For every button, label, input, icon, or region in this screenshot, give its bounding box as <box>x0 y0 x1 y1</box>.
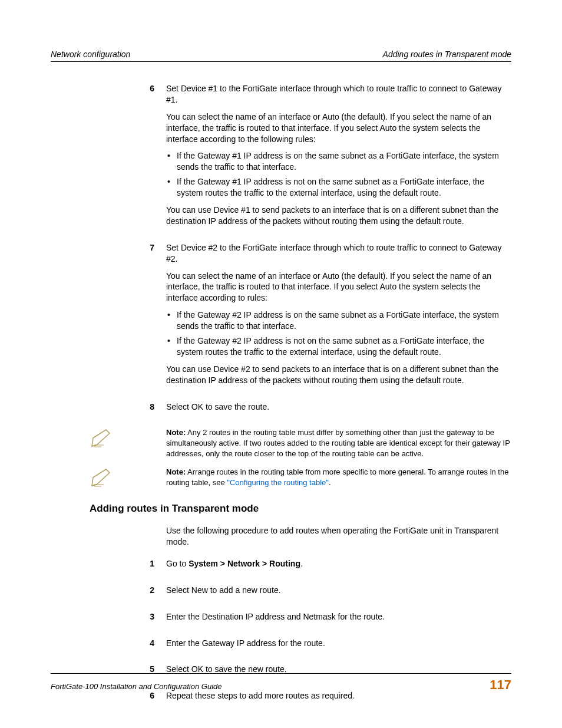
step-body: Repeat these steps to add more routes as… <box>166 690 511 707</box>
note-body: Note: Arrange routes in the routing tabl… <box>166 467 511 487</box>
note-label: Note: <box>166 428 186 437</box>
step-prefix: Go to <box>166 559 189 568</box>
step-lead: Set Device #2 to the FortiGate interface… <box>166 242 511 265</box>
step-text: Select New to add a new route. <box>166 585 511 596</box>
note-block: Note: Any 2 routes in the routing table … <box>51 427 511 459</box>
step-body: Select New to add a new route. <box>166 585 511 602</box>
bullet-item: If the Gateway #1 IP address is on the s… <box>166 150 511 173</box>
page-number: 117 <box>490 677 511 693</box>
step-text: Go to System > Network > Routing. <box>166 558 511 569</box>
tstep-3: 3 Enter the Destination IP address and N… <box>51 611 511 628</box>
step-number: 3 <box>51 611 166 628</box>
step-text: Enter the Destination IP address and Net… <box>166 611 511 622</box>
step-body: Select OK to save the route. <box>166 401 511 419</box>
section-intro: Use the following procedure to add route… <box>166 525 511 548</box>
bullet-list: If the Gateway #2 IP address is on the s… <box>166 309 511 358</box>
note-icon-col <box>51 467 166 489</box>
tstep-6: 6 Repeat these steps to add more routes … <box>51 690 511 707</box>
step-number: 2 <box>51 585 166 602</box>
step-number: 7 <box>51 242 166 392</box>
pencil-note-icon <box>90 467 114 489</box>
step-number: 4 <box>51 638 166 655</box>
step-8: 8 Select OK to save the route. <box>51 401 511 419</box>
step-lead: Set Device #1 to the FortiGate interface… <box>166 83 511 106</box>
step-paragraph: You can select the name of an interface … <box>166 111 511 145</box>
step-number: 8 <box>51 401 166 419</box>
step-paragraph: You can use Device #2 to send packets to… <box>166 364 511 386</box>
step-body: Enter the Gateway IP address for the rou… <box>166 638 511 655</box>
page-footer: FortiGate-100 Installation and Configura… <box>51 673 511 693</box>
bullet-item: If the Gateway #2 IP address is on the s… <box>166 309 511 332</box>
step-suffix: . <box>300 559 303 568</box>
note-text-post: . <box>329 478 331 487</box>
pencil-note-icon <box>90 427 114 450</box>
step-7: 7 Set Device #2 to the FortiGate interfa… <box>51 242 511 392</box>
step-text: Enter the Gateway IP address for the rou… <box>166 638 511 649</box>
footer-title: FortiGate-100 Installation and Configura… <box>51 682 222 691</box>
step-bold-path: System > Network > Routing <box>189 559 300 568</box>
note-body: Note: Any 2 routes in the routing table … <box>166 427 511 459</box>
configuring-routing-table-link[interactable]: "Configuring the routing table" <box>227 478 329 487</box>
section-heading: Adding routes in Transparent mode <box>90 502 511 516</box>
note-text: Any 2 routes in the routing table must d… <box>166 428 510 457</box>
step-body: Set Device #2 to the FortiGate interface… <box>166 242 511 392</box>
tstep-4: 4 Enter the Gateway IP address for the r… <box>51 638 511 655</box>
tstep-1: 1 Go to System > Network > Routing. <box>51 558 511 575</box>
note-label: Note: <box>166 467 186 476</box>
content-area: 6 Set Device #1 to the FortiGate interfa… <box>51 83 511 707</box>
step-number: 6 <box>51 690 166 707</box>
step-body: Set Device #1 to the FortiGate interface… <box>166 83 511 233</box>
step-lead: Select OK to save the route. <box>166 401 511 413</box>
note-text-pre: Arrange routes in the routing table from… <box>166 467 508 487</box>
step-number: 1 <box>51 558 166 575</box>
bullet-list: If the Gateway #1 IP address is on the s… <box>166 150 511 199</box>
page-header: Network configuration Adding routes in T… <box>51 50 511 62</box>
header-section-right: Adding routes in Transparent mode <box>383 50 511 59</box>
step-body: Enter the Destination IP address and Net… <box>166 611 511 628</box>
header-section-left: Network configuration <box>51 50 130 59</box>
tstep-2: 2 Select New to add a new route. <box>51 585 511 602</box>
step-6: 6 Set Device #1 to the FortiGate interfa… <box>51 83 511 233</box>
bullet-item: If the Gateway #1 IP address is not on t… <box>166 176 511 199</box>
step-paragraph: You can use Device #1 to send packets to… <box>166 205 511 227</box>
step-body: Go to System > Network > Routing. <box>166 558 511 575</box>
step-paragraph: You can select the name of an interface … <box>166 271 511 304</box>
bullet-item: If the Gateway #2 IP address is not on t… <box>166 335 511 358</box>
note-icon-col <box>51 427 166 450</box>
step-number: 6 <box>51 83 166 233</box>
note-block: Note: Arrange routes in the routing tabl… <box>51 467 511 489</box>
